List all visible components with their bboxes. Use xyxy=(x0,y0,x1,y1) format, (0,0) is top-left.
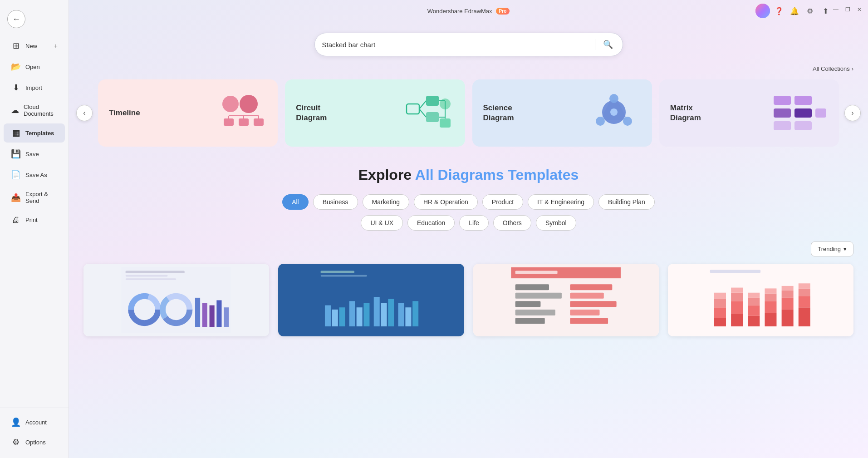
svg-rect-57 xyxy=(373,297,379,326)
user-avatar[interactable] xyxy=(755,4,770,18)
svg-rect-59 xyxy=(388,299,394,326)
sidebar-label-templates: Templates xyxy=(25,130,54,137)
carousel-prev-button[interactable]: ‹ xyxy=(76,105,93,121)
app-name: Wondershare EdrawMax xyxy=(427,8,492,15)
template-card-3[interactable] xyxy=(473,264,659,336)
thumb-chart-3 xyxy=(482,267,649,333)
svg-point-23 xyxy=(596,117,605,126)
collections-header: All Collections › xyxy=(69,65,868,78)
carousel-card-circuit[interactable]: Circuit Diagram xyxy=(285,79,465,147)
filter-row-2: UI & UX Education Life Others Symbol xyxy=(83,215,853,231)
sidebar-label-cloud: Cloud Documents xyxy=(24,103,58,117)
carousel-card-science[interactable]: Science Diagram xyxy=(472,79,652,147)
options-icon: ⚙ xyxy=(11,437,21,447)
filter-education[interactable]: Education xyxy=(407,215,455,231)
template-thumb-4 xyxy=(668,264,853,336)
explore-title-highlight: All Diagrams Templates xyxy=(415,167,579,183)
new-icon: ⊞ xyxy=(11,41,21,51)
search-button[interactable]: 🔍 xyxy=(601,37,615,52)
filter-business[interactable]: Business xyxy=(313,194,358,210)
svg-line-16 xyxy=(419,109,426,117)
svg-rect-11 xyxy=(426,96,439,106)
carousel-card-timeline[interactable]: Timeline xyxy=(98,79,278,147)
svg-rect-89 xyxy=(748,293,760,298)
search-input[interactable] xyxy=(322,41,589,49)
carousel-next-button[interactable]: › xyxy=(844,105,861,121)
template-thumb-1 xyxy=(83,264,269,336)
sidebar-item-templates[interactable]: ▦ Templates xyxy=(4,123,65,143)
notification-icon[interactable]: 🔔 xyxy=(788,5,801,17)
svg-rect-53 xyxy=(339,307,345,326)
filter-marketing[interactable]: Marketing xyxy=(363,194,409,210)
settings-icon[interactable]: ⚙ xyxy=(804,5,816,17)
help-icon[interactable]: ❓ xyxy=(773,5,785,17)
template-card-1[interactable] xyxy=(83,264,269,336)
carousel-card-title-science: Science Diagram xyxy=(483,103,538,123)
svg-rect-66 xyxy=(515,284,549,290)
svg-rect-70 xyxy=(515,318,545,324)
sidebar-item-print[interactable]: 🖨 Print xyxy=(4,211,65,229)
filter-ui[interactable]: UI & UX xyxy=(361,215,403,231)
sort-row: Trending ▾ xyxy=(83,236,853,264)
filter-symbol[interactable]: Symbol xyxy=(536,215,576,231)
filter-life[interactable]: Life xyxy=(459,215,489,231)
sidebar-item-account[interactable]: 👤 Account xyxy=(4,413,65,432)
sidebar-item-new[interactable]: ⊞ New + xyxy=(4,36,65,55)
filter-product[interactable]: Product xyxy=(482,194,523,210)
svg-rect-68 xyxy=(515,301,541,307)
matrix-icon xyxy=(769,90,828,136)
filter-others[interactable]: Others xyxy=(493,215,531,231)
svg-rect-47 xyxy=(224,307,229,327)
sidebar-item-import[interactable]: ⬇ Import xyxy=(4,78,65,97)
template-card-4[interactable] xyxy=(668,264,853,336)
svg-rect-34 xyxy=(126,271,185,273)
svg-rect-92 xyxy=(765,294,777,301)
svg-rect-74 xyxy=(570,310,599,315)
sidebar-item-open[interactable]: 📂 Open xyxy=(4,57,65,76)
svg-rect-99 xyxy=(799,296,810,307)
minimize-button[interactable]: — xyxy=(831,5,841,15)
filter-it[interactable]: IT & Engineering xyxy=(528,194,594,210)
close-button[interactable]: ✕ xyxy=(854,5,864,15)
pro-badge: Pro xyxy=(496,8,510,15)
filter-hr[interactable]: HR & Operation xyxy=(414,194,478,210)
sidebar-item-cloud[interactable]: ☁ Cloud Documents xyxy=(4,99,65,122)
share-icon[interactable]: ⬆ xyxy=(819,5,832,17)
sidebar-label-saveas: Save As xyxy=(25,172,47,178)
svg-rect-58 xyxy=(381,303,387,326)
sort-dropdown[interactable]: Trending ▾ xyxy=(811,241,853,256)
search-box: 🔍 xyxy=(314,33,623,56)
svg-rect-51 xyxy=(325,305,331,326)
sidebar-item-export[interactable]: 📤 Export & Send xyxy=(4,186,65,209)
svg-rect-90 xyxy=(765,313,777,326)
svg-rect-45 xyxy=(210,305,215,327)
carousel-card-matrix[interactable]: Matrix Diagram xyxy=(659,79,839,147)
svg-rect-84 xyxy=(731,293,743,301)
sort-arrow: ▾ xyxy=(843,246,847,252)
thumb-chart-2 xyxy=(288,267,455,333)
all-collections-link[interactable]: All Collections › xyxy=(813,65,853,72)
back-button[interactable]: ← xyxy=(7,10,25,28)
sidebar-item-saveas[interactable]: 📄 Save As xyxy=(4,165,65,184)
svg-rect-13 xyxy=(440,118,451,128)
svg-rect-86 xyxy=(748,316,760,326)
explore-section: Explore All Diagrams Templates All Busin… xyxy=(69,159,868,336)
filter-building[interactable]: Building Plan xyxy=(598,194,655,210)
maximize-button[interactable]: ❐ xyxy=(843,5,853,15)
search-area: 🔍 xyxy=(69,22,868,65)
svg-rect-73 xyxy=(570,301,616,307)
svg-rect-95 xyxy=(782,298,794,310)
window-controls: — ❐ ✕ xyxy=(831,5,864,15)
thumb-chart-1 xyxy=(93,267,260,333)
svg-rect-29 xyxy=(794,108,812,118)
explore-title-plain: Explore xyxy=(358,167,415,183)
sidebar-item-save[interactable]: 💾 Save xyxy=(4,144,65,163)
svg-rect-43 xyxy=(195,298,200,327)
template-card-2[interactable] xyxy=(278,264,464,336)
carousel-items: Timeline Circuit Diagra xyxy=(93,78,844,148)
svg-rect-28 xyxy=(774,108,791,118)
filter-all[interactable]: All xyxy=(282,194,309,210)
svg-rect-44 xyxy=(202,303,207,327)
sidebar-item-options[interactable]: ⚙ Options xyxy=(4,433,65,452)
svg-rect-62 xyxy=(412,301,418,326)
